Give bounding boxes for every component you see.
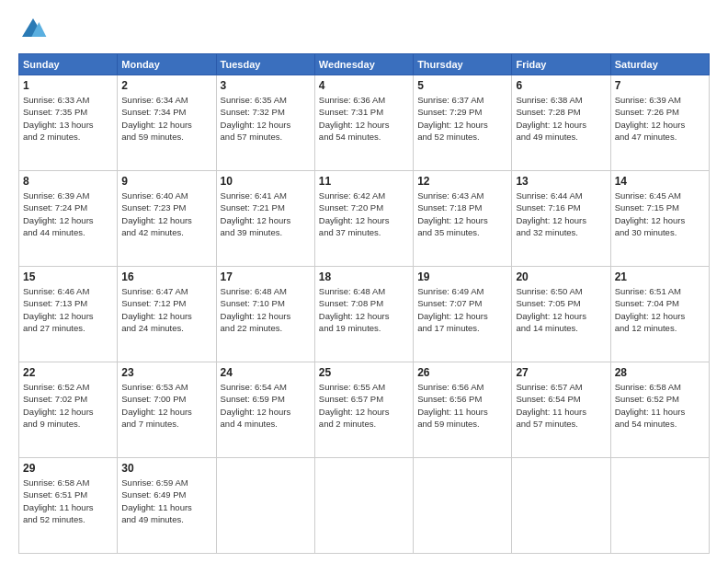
calendar-cell (414, 458, 512, 554)
day-number: 19 (417, 270, 507, 283)
day-number: 3 (221, 79, 311, 92)
day-number: 10 (221, 175, 311, 188)
calendar-cell: 3Sunrise: 6:35 AMSunset: 7:32 PMDaylight… (216, 75, 314, 171)
weekday-header-wednesday: Wednesday (314, 54, 413, 75)
calendar-cell: 14Sunrise: 6:45 AMSunset: 7:15 PMDayligh… (610, 171, 709, 267)
day-info: Sunrise: 6:43 AMSunset: 7:18 PMDaylight:… (417, 190, 507, 238)
page: SundayMondayTuesdayWednesdayThursdayFrid… (0, 0, 728, 563)
day-info: Sunrise: 6:35 AMSunset: 7:32 PMDaylight:… (221, 94, 311, 143)
day-info: Sunrise: 6:44 AMSunset: 7:16 PMDaylight:… (516, 190, 606, 238)
week-row-1: 1Sunrise: 6:33 AMSunset: 7:35 PMDaylight… (19, 75, 710, 171)
day-info: Sunrise: 6:48 AMSunset: 7:10 PMDaylight:… (221, 285, 311, 334)
day-number: 20 (516, 270, 606, 283)
calendar-cell: 8Sunrise: 6:39 AMSunset: 7:24 PMDaylight… (19, 171, 118, 267)
day-number: 9 (121, 175, 211, 188)
day-number: 12 (417, 175, 507, 188)
day-info: Sunrise: 6:42 AMSunset: 7:20 PMDaylight:… (319, 190, 409, 238)
day-info: Sunrise: 6:39 AMSunset: 7:26 PMDaylight:… (615, 94, 705, 143)
day-info: Sunrise: 6:55 AMSunset: 6:57 PMDaylight:… (319, 381, 409, 430)
day-info: Sunrise: 6:58 AMSunset: 6:51 PMDaylight:… (23, 477, 113, 525)
weekday-header-row: SundayMondayTuesdayWednesdayThursdayFrid… (19, 54, 710, 75)
day-info: Sunrise: 6:56 AMSunset: 6:56 PMDaylight:… (417, 381, 507, 430)
day-info: Sunrise: 6:36 AMSunset: 7:31 PMDaylight:… (319, 94, 409, 143)
day-info: Sunrise: 6:49 AMSunset: 7:07 PMDaylight:… (417, 285, 507, 334)
calendar-cell (610, 458, 709, 554)
calendar-cell: 19Sunrise: 6:49 AMSunset: 7:07 PMDayligh… (414, 267, 512, 362)
weekday-header-tuesday: Tuesday (216, 54, 314, 75)
day-number: 14 (615, 175, 705, 188)
day-info: Sunrise: 6:45 AMSunset: 7:15 PMDaylight:… (615, 190, 705, 238)
day-number: 8 (23, 175, 113, 188)
calendar-cell: 16Sunrise: 6:47 AMSunset: 7:12 PMDayligh… (118, 267, 216, 362)
calendar-cell: 12Sunrise: 6:43 AMSunset: 7:18 PMDayligh… (414, 171, 512, 267)
day-info: Sunrise: 6:50 AMSunset: 7:05 PMDaylight:… (516, 285, 606, 334)
day-info: Sunrise: 6:52 AMSunset: 7:02 PMDaylight:… (23, 381, 113, 430)
calendar-cell: 1Sunrise: 6:33 AMSunset: 7:35 PMDaylight… (19, 75, 118, 171)
weekday-header-friday: Friday (512, 54, 610, 75)
day-number: 2 (121, 79, 211, 92)
day-number: 28 (615, 366, 705, 379)
week-row-4: 22Sunrise: 6:52 AMSunset: 7:02 PMDayligh… (19, 362, 710, 458)
day-info: Sunrise: 6:48 AMSunset: 7:08 PMDaylight:… (319, 285, 409, 334)
day-number: 4 (319, 79, 409, 92)
weekday-header-sunday: Sunday (19, 54, 118, 75)
day-number: 13 (516, 175, 606, 188)
day-number: 17 (221, 270, 311, 283)
day-info: Sunrise: 6:54 AMSunset: 6:59 PMDaylight:… (221, 381, 311, 430)
calendar-cell: 28Sunrise: 6:58 AMSunset: 6:52 PMDayligh… (610, 362, 709, 458)
day-number: 26 (417, 366, 507, 379)
calendar-cell (314, 458, 413, 554)
calendar-cell: 10Sunrise: 6:41 AMSunset: 7:21 PMDayligh… (216, 171, 314, 267)
calendar-table: SundayMondayTuesdayWednesdayThursdayFrid… (18, 53, 710, 554)
day-number: 15 (23, 270, 113, 283)
header (18, 15, 710, 44)
day-info: Sunrise: 6:40 AMSunset: 7:23 PMDaylight:… (121, 190, 211, 238)
calendar-cell: 21Sunrise: 6:51 AMSunset: 7:04 PMDayligh… (610, 267, 709, 362)
day-info: Sunrise: 6:38 AMSunset: 7:28 PMDaylight:… (516, 94, 606, 143)
weekday-header-monday: Monday (118, 54, 216, 75)
calendar-cell: 18Sunrise: 6:48 AMSunset: 7:08 PMDayligh… (314, 267, 413, 362)
day-number: 22 (23, 366, 113, 379)
calendar-cell: 25Sunrise: 6:55 AMSunset: 6:57 PMDayligh… (314, 362, 413, 458)
day-number: 30 (121, 462, 211, 475)
calendar-cell: 23Sunrise: 6:53 AMSunset: 7:00 PMDayligh… (118, 362, 216, 458)
calendar-cell: 30Sunrise: 6:59 AMSunset: 6:49 PMDayligh… (118, 458, 216, 554)
day-number: 24 (221, 366, 311, 379)
weekday-header-saturday: Saturday (610, 54, 709, 75)
calendar-cell: 24Sunrise: 6:54 AMSunset: 6:59 PMDayligh… (216, 362, 314, 458)
day-number: 18 (319, 270, 409, 283)
calendar-cell: 29Sunrise: 6:58 AMSunset: 6:51 PMDayligh… (19, 458, 118, 554)
calendar-cell: 9Sunrise: 6:40 AMSunset: 7:23 PMDaylight… (118, 171, 216, 267)
calendar-cell (216, 458, 314, 554)
calendar-cell: 4Sunrise: 6:36 AMSunset: 7:31 PMDaylight… (314, 75, 413, 171)
calendar-cell: 7Sunrise: 6:39 AMSunset: 7:26 PMDaylight… (610, 75, 709, 171)
day-number: 29 (23, 462, 113, 475)
day-number: 23 (121, 366, 211, 379)
week-row-3: 15Sunrise: 6:46 AMSunset: 7:13 PMDayligh… (19, 267, 710, 362)
weekday-header-thursday: Thursday (414, 54, 512, 75)
day-number: 21 (615, 270, 705, 283)
calendar-cell (512, 458, 610, 554)
day-info: Sunrise: 6:58 AMSunset: 6:52 PMDaylight:… (615, 381, 705, 430)
calendar-cell: 27Sunrise: 6:57 AMSunset: 6:54 PMDayligh… (512, 362, 610, 458)
week-row-5: 29Sunrise: 6:58 AMSunset: 6:51 PMDayligh… (19, 458, 710, 554)
logo-icon (18, 15, 48, 44)
day-info: Sunrise: 6:51 AMSunset: 7:04 PMDaylight:… (615, 285, 705, 334)
day-info: Sunrise: 6:57 AMSunset: 6:54 PMDaylight:… (516, 381, 606, 430)
day-number: 1 (23, 79, 113, 92)
day-info: Sunrise: 6:46 AMSunset: 7:13 PMDaylight:… (23, 285, 113, 334)
day-number: 5 (417, 79, 507, 92)
calendar-cell: 22Sunrise: 6:52 AMSunset: 7:02 PMDayligh… (19, 362, 118, 458)
calendar-cell: 6Sunrise: 6:38 AMSunset: 7:28 PMDaylight… (512, 75, 610, 171)
day-info: Sunrise: 6:37 AMSunset: 7:29 PMDaylight:… (417, 94, 507, 143)
logo (18, 15, 51, 44)
calendar-cell: 5Sunrise: 6:37 AMSunset: 7:29 PMDaylight… (414, 75, 512, 171)
day-number: 27 (516, 366, 606, 379)
calendar-cell: 26Sunrise: 6:56 AMSunset: 6:56 PMDayligh… (414, 362, 512, 458)
week-row-2: 8Sunrise: 6:39 AMSunset: 7:24 PMDaylight… (19, 171, 710, 267)
day-number: 11 (319, 175, 409, 188)
day-info: Sunrise: 6:47 AMSunset: 7:12 PMDaylight:… (121, 285, 211, 334)
day-info: Sunrise: 6:41 AMSunset: 7:21 PMDaylight:… (221, 190, 311, 238)
day-number: 6 (516, 79, 606, 92)
calendar-cell: 13Sunrise: 6:44 AMSunset: 7:16 PMDayligh… (512, 171, 610, 267)
